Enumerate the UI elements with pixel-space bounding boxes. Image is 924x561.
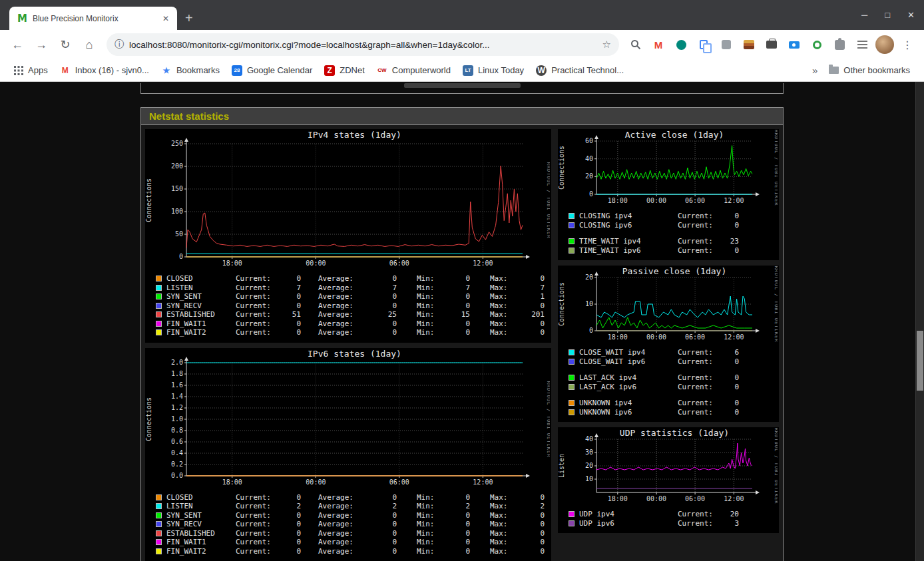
legend-row: FIN_WAIT1Current:0Average:0Min:0Max:0 xyxy=(156,319,551,329)
legend-row: FIN_WAIT2Current:0Average:0Min:0Max:0 xyxy=(156,328,551,337)
gmail-icon: M xyxy=(60,65,71,76)
wordpress-icon: W xyxy=(536,65,547,76)
legend-stat-label: Current: xyxy=(236,310,274,319)
legend-stat-value: 0 xyxy=(274,292,301,301)
chart-canvas: IPv4 states (1day)ConnectionsRRDTOOL / T… xyxy=(145,129,550,270)
legend-stat-label: Current: xyxy=(678,357,716,366)
scrollbar-thumb[interactable] xyxy=(917,331,923,391)
bookmark-item[interactable]: ZZDNet xyxy=(318,65,371,76)
legend-swatch xyxy=(569,222,575,228)
briefcase-icon[interactable] xyxy=(762,35,782,55)
bookmark-item[interactable]: 28Google Calendar xyxy=(226,65,318,76)
legend-stat-label: Min: xyxy=(417,511,439,520)
copy-icon[interactable] xyxy=(694,35,714,55)
legend-stat-label: Min: xyxy=(417,319,439,328)
svg-text:18:00: 18:00 xyxy=(608,495,628,502)
legend-stat-value: 0 xyxy=(274,301,301,310)
legend-swatch xyxy=(156,503,162,509)
notes-icon[interactable] xyxy=(852,35,872,55)
legend-row: LISTENCurrent:2Average:2Min:2Max:2 xyxy=(156,502,551,511)
search-icon[interactable] xyxy=(626,35,646,55)
new-tab-button[interactable]: + xyxy=(177,11,201,30)
svg-text:RRDTOOL / TOBI OETIKER: RRDTOOL / TOBI OETIKER xyxy=(774,266,778,343)
other-bookmarks-button[interactable]: Other bookmarks xyxy=(823,65,916,75)
legend-stat-value: 0 xyxy=(716,399,739,407)
gmail-glyph: M xyxy=(654,39,663,51)
forward-button[interactable]: → xyxy=(31,34,52,55)
svg-text:20: 20 xyxy=(585,462,593,469)
legend-stat-label: Current: xyxy=(678,373,716,382)
active-close-graph[interactable]: Active close (1day)ConnectionsRRDTOOL / … xyxy=(558,129,779,260)
address-bar[interactable]: ⓘ localhost:8080/monitorix-cgi/monitorix… xyxy=(107,33,619,56)
profile-avatar[interactable] xyxy=(875,35,895,55)
legend-stat-value: 2 xyxy=(274,502,301,510)
camera-glyph xyxy=(789,41,800,49)
bookmark-item[interactable]: WPractical Technol... xyxy=(530,65,630,76)
legend-stat-value: 0 xyxy=(439,328,470,337)
chart-canvas: UDP statistics (1day)ListenRRDTOOL / TOB… xyxy=(558,427,778,506)
site-info-icon[interactable]: ⓘ xyxy=(115,39,124,51)
legend-stat-value: 0 xyxy=(716,212,739,220)
legend-stat-value: 0 xyxy=(274,538,301,546)
legend-stat-label: Average: xyxy=(318,301,359,310)
back-button[interactable]: ← xyxy=(7,34,28,55)
page-scrollbar[interactable] xyxy=(915,82,924,561)
legend-row: SYN_RECVCurrent:0Average:0Min:0Max:0 xyxy=(156,301,551,311)
url-text[interactable]: localhost:8080/monitorix-cgi/monitorix.c… xyxy=(129,40,597,50)
ipv6-states-graph[interactable]: IPv6 states (1day)ConnectionsRRDTOOL / T… xyxy=(145,348,551,561)
bookmarks-overflow-chevron[interactable]: » xyxy=(807,65,823,76)
svg-text:10: 10 xyxy=(585,300,593,307)
menu-icon[interactable]: ⋮ xyxy=(897,35,917,55)
ring-icon[interactable] xyxy=(807,35,827,55)
ipv4-states-graph[interactable]: IPv4 states (1day)ConnectionsRRDTOOL / T… xyxy=(145,129,551,343)
window-maximize-button[interactable]: □ xyxy=(885,10,890,20)
badge-icon[interactable] xyxy=(671,35,691,55)
browser-tab[interactable]: M Blue Precision Monitorix ✕ xyxy=(9,7,177,30)
svg-text:IPv4 states (1day): IPv4 states (1day) xyxy=(308,130,401,140)
legend-stat-value: 0 xyxy=(513,529,545,538)
legend-stat-value: 0 xyxy=(274,511,301,520)
legend-series-name: UNKNOWN ipv4 xyxy=(579,399,678,407)
legend-stat-label: Average: xyxy=(318,292,359,301)
passive-close-graph[interactable]: Passive close (1day)ConnectionsRRDTOOL /… xyxy=(558,266,779,422)
legend-stat-value: 0 xyxy=(274,274,301,283)
bookmark-item[interactable]: ★Bookmarks xyxy=(155,65,226,76)
udp-statistics-graph[interactable]: UDP statistics (1day)ListenRRDTOOL / TOB… xyxy=(558,427,779,533)
window-close-button[interactable]: ✕ xyxy=(907,10,915,20)
legend-row: LAST_ACK ipv6Current:0 xyxy=(569,383,779,392)
legend-series-name: CLOSED xyxy=(166,274,236,283)
legend-row: CLOSEDCurrent:0Average:0Min:0Max:0 xyxy=(156,493,551,502)
bookmark-item[interactable]: LTLinux Today xyxy=(457,65,530,76)
legend-stat-label: Average: xyxy=(318,283,359,292)
legend-stat-value: 0 xyxy=(359,538,397,546)
apps-button[interactable]: Apps xyxy=(8,65,54,75)
camera-icon[interactable] xyxy=(784,35,804,55)
chart-legend: CLOSE_WAIT ipv4Current:6CLOSE_WAIT ipv6C… xyxy=(558,347,779,418)
bookmark-item[interactable]: MInbox (16) - sjvn0... xyxy=(54,65,155,76)
keep-icon[interactable] xyxy=(716,35,736,55)
bookmark-star-icon[interactable]: ☆ xyxy=(602,39,611,51)
reload-button[interactable]: ↻ xyxy=(55,34,76,55)
legend-stat-label: Average: xyxy=(318,493,359,502)
legend-stat-value: 0 xyxy=(274,319,301,328)
legend-row: LISTENCurrent:7Average:7Min:7Max:7 xyxy=(156,283,551,293)
legend-stat-value: 15 xyxy=(439,310,470,319)
legend-series-name: ESTABLISHED xyxy=(166,529,236,538)
bookmark-item[interactable]: CWComputerworld xyxy=(371,65,457,76)
svg-text:12:00: 12:00 xyxy=(724,495,744,502)
window-minimize-button[interactable]: ─ xyxy=(861,10,867,20)
legend-series-name: TIME_WAIT ipv6 xyxy=(579,246,678,255)
legend-stat-label: Max: xyxy=(490,529,513,538)
legend-stat-value: 0 xyxy=(716,373,739,382)
legend-stat-label: Current: xyxy=(236,274,274,283)
stack-icon[interactable] xyxy=(739,35,759,55)
svg-text:1.0: 1.0 xyxy=(171,415,183,423)
tab-close-icon[interactable]: ✕ xyxy=(160,13,172,25)
bookmark-label: ZDNet xyxy=(340,65,365,75)
gmail-icon[interactable]: M xyxy=(648,35,668,55)
home-button[interactable]: ⌂ xyxy=(79,34,100,55)
legend-stat-value: 7 xyxy=(274,283,301,292)
extensions-puzzle-icon[interactable] xyxy=(829,35,849,55)
chart-canvas: Passive close (1day)ConnectionsRRDTOOL /… xyxy=(558,266,778,344)
legend-stat-label: Max: xyxy=(490,538,513,546)
